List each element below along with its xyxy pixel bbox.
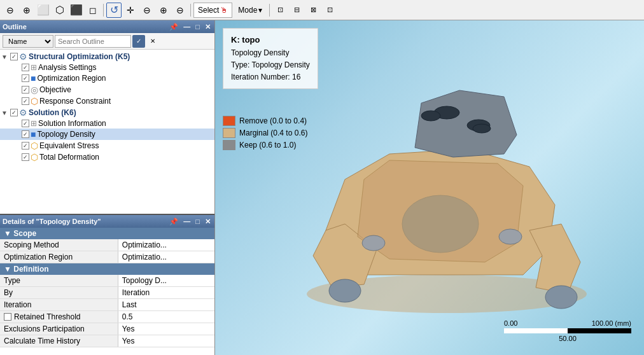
tree-label-1: Structural Optimization (K5) [29,52,130,61]
check-8[interactable] [22,130,29,138]
separator-1 [103,4,104,17]
tree-item-solution-info[interactable]: ⊞ Solution Information [0,118,214,129]
layout4-button[interactable]: ⊡ [322,3,337,18]
svg-point-8 [421,111,440,121]
retained-threshold-text: Retained Threshold [14,312,81,321]
svg-point-7 [499,229,522,244]
outline-pin-button[interactable]: 📌 [168,23,179,31]
by-value[interactable]: Iteration [118,287,214,299]
check-6[interactable] [10,109,18,116]
details-pin-button[interactable]: 📌 [168,218,179,226]
scale-track [504,328,631,333]
check-1[interactable] [10,53,18,60]
search-input[interactable] [55,35,131,48]
search-clear-button[interactable]: ✕ [146,35,159,48]
select-cursor-icon: 🖱 [220,6,228,15]
svg-point-3 [329,279,361,302]
layout3-button[interactable]: ⊠ [305,3,321,18]
expand-icon-6[interactable]: ▼ [1,109,9,116]
tree-item-objective[interactable]: ◎ Objective [0,84,214,95]
details-close-button[interactable]: ✕ [204,218,212,226]
separator-2 [190,4,191,17]
rotate-button[interactable]: ↺ [106,3,122,18]
retained-threshold-checkbox[interactable] [4,313,11,321]
tree-item-solution[interactable]: ▼ ⚙ Solution (K6) [0,107,214,118]
retained-threshold-value[interactable]: 0.5 [118,311,214,323]
retained-threshold-row: Retained Threshold 0.5 [0,311,214,323]
tree-item-opt-region[interactable]: ■ Optimization Region [0,73,214,84]
scoping-method-value[interactable]: Optimizatio... [118,239,214,251]
calc-time-value[interactable]: Yes [118,335,214,347]
details-max-button[interactable]: □ [194,218,201,225]
outline-min-button[interactable]: — [182,23,192,31]
expand-icon-1[interactable]: ▼ [1,53,9,60]
exclusions-value[interactable]: Yes [118,323,214,335]
scale-numbers: 0.00 100.00 (mm) [504,319,631,327]
type-label: Type [0,275,118,287]
view-rotate-button[interactable]: ⬛ [69,3,84,18]
search-go-button[interactable]: ✓ [132,35,145,48]
layout1-button[interactable]: ⊡ [272,3,288,18]
definition-section-header: ▼ Definition [0,263,214,275]
tree-item-response-constraint[interactable]: ⬡ Response Constraint [0,95,214,107]
zoom-all-button[interactable]: ⊖ [172,3,188,18]
tree-item-equiv-stress[interactable]: ⬡ Equivalent Stress [0,140,214,151]
check-10[interactable] [22,153,29,161]
legend-color-remove [223,116,235,126]
mode-button[interactable]: Mode ▾ [234,3,267,18]
opt-region-value[interactable]: Optimizatio... [118,251,214,263]
layout2-button[interactable]: ⊟ [289,3,304,18]
tree-icon-4: ◎ [31,85,38,95]
details-section: Details of "Topology Density" 📌 — □ ✕ ▼ … [0,215,214,355]
scope-label: Scope [13,229,36,238]
opt-region-label: Optimization Region [0,251,118,263]
tree-label-6: Solution (K6) [29,108,76,117]
zoom-in-button[interactable]: ⊕ [19,3,34,18]
check-2[interactable] [22,64,29,71]
exclusions-row: Exclusions Participation Yes [0,323,214,335]
select-button[interactable]: Select 🖱 [193,3,232,18]
tree-icon-2: ⊞ [31,63,37,72]
details-min-button[interactable]: — [182,218,192,225]
by-row: By Iteration [0,287,214,299]
iteration-value[interactable]: Last [118,299,214,311]
view-box-button[interactable]: ◻ [85,3,101,18]
scale-black-segment [568,328,631,333]
viewport[interactable]: K: topo Topology Density Type: Topology … [215,20,644,355]
scope-collapse-icon: ▼ [4,229,13,238]
check-7[interactable] [22,120,29,127]
check-3[interactable] [22,74,29,82]
name-dropdown[interactable]: Name [3,35,53,48]
tree-label-10: Total Deformation [39,153,99,162]
view-iso-button[interactable]: ⬜ [36,3,51,18]
tree-item-structural-opt[interactable]: ▼ ⚙ Structural Optimization (K5) [0,51,214,62]
crosshair-button[interactable]: ✛ [123,3,138,18]
details-table-content: ▼ Scope Scoping Method Optimizatio... Op… [0,228,214,347]
optimization-region-row: Optimization Region Optimizatio... [0,251,214,263]
zoom-fit-button[interactable]: ⊖ [3,3,18,18]
outline-tree[interactable]: ▼ ⚙ Structural Optimization (K5) ⊞ Analy… [0,50,214,214]
check-9[interactable] [22,142,29,150]
outline-max-button[interactable]: □ [194,23,201,31]
outline-titlebar: Outline 📌 — □ ✕ [0,20,214,33]
tree-item-total-deform[interactable]: ⬡ Total Deformation [0,151,214,163]
details-titlebar: Details of "Topology Density" 📌 — □ ✕ [0,215,214,228]
outline-close-button[interactable]: ✕ [204,23,212,31]
view-front-button[interactable]: ⬡ [52,3,67,18]
type-value[interactable]: Topology D... [118,275,214,287]
tree-item-topology-density[interactable]: ■ Topology Density [0,129,214,140]
type-row: Type Topology D... [0,275,214,287]
zoom-box-button[interactable]: ⊕ [156,3,171,18]
scope-section-header: ▼ Scope [0,228,214,239]
retained-threshold-label: Retained Threshold [0,311,118,323]
tree-icon-1: ⚙ [19,52,27,62]
calc-time-label: Calculate Time History [0,335,118,347]
tree-item-analysis-settings[interactable]: ⊞ Analysis Settings [0,62,214,73]
zoom-minus-button[interactable]: ⊖ [139,3,155,18]
legend-color-keep [223,140,235,150]
check-4[interactable] [22,86,29,94]
tree-icon-6: ⚙ [19,108,27,118]
check-5[interactable] [22,97,29,105]
tree-icon-8: ■ [31,129,36,139]
svg-point-6 [362,235,385,251]
